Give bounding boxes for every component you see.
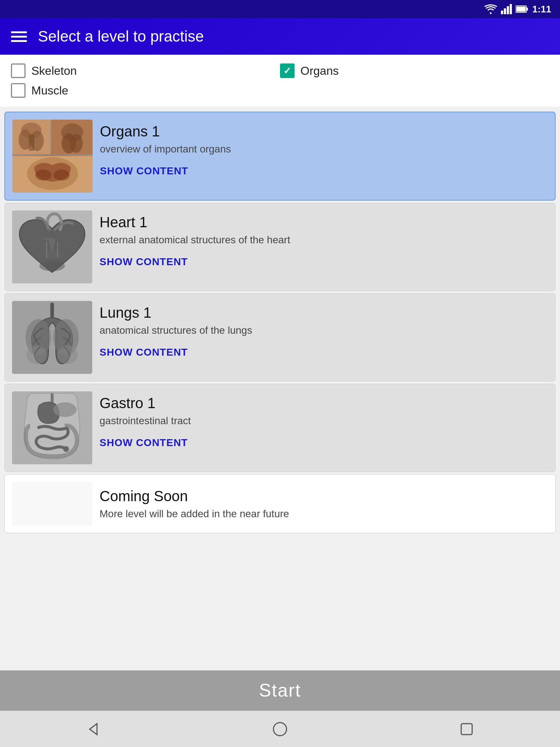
svg-rect-11 [29, 134, 34, 151]
lungs1-show-content[interactable]: SHOW CONTENT [100, 344, 188, 361]
filter-section: Skeleton Organs Muscle [0, 55, 560, 107]
signal-icon [501, 4, 512, 14]
svg-marker-37 [90, 724, 97, 735]
gastro1-show-content[interactable]: SHOW CONTENT [100, 434, 188, 452]
status-bar: 1:11 [0, 0, 560, 18]
svg-rect-39 [461, 724, 472, 735]
status-icons: 1:11 [484, 4, 551, 15]
gastro1-title: Gastro 1 [100, 395, 548, 411]
organs1-show-content[interactable]: SHOW CONTENT [100, 162, 188, 180]
svg-rect-5 [526, 8, 528, 11]
heart1-svg [12, 210, 92, 283]
coming-soon-image [12, 482, 92, 526]
skeleton-checkbox[interactable] [11, 63, 26, 78]
level-card-heart1[interactable]: Heart 1 external anatomical structures o… [4, 203, 556, 291]
filter-organs-row: Organs [280, 63, 549, 78]
organs1-image [12, 120, 93, 193]
svg-rect-2 [507, 6, 509, 14]
organs1-desc: overview of important organs [100, 143, 548, 155]
gastro1-desc: gastrointestinal tract [100, 415, 548, 427]
svg-point-36 [63, 446, 69, 452]
gastro1-svg [12, 391, 92, 464]
lungs1-image [12, 301, 92, 374]
home-icon [271, 720, 289, 738]
square-icon [458, 720, 476, 738]
app-header: Select a level to practise [0, 18, 560, 55]
svg-rect-28 [50, 303, 54, 317]
lungs1-title: Lungs 1 [100, 305, 548, 321]
svg-point-15 [70, 134, 83, 153]
svg-rect-3 [510, 4, 512, 14]
organs-label: Organs [300, 64, 339, 78]
heart1-image [12, 210, 92, 283]
svg-point-38 [273, 723, 287, 736]
back-icon [84, 720, 102, 738]
back-nav-button[interactable] [82, 718, 104, 740]
coming-soon-card: Coming Soon More level will be added in … [4, 474, 556, 533]
start-button-label: Start [259, 680, 301, 701]
battery-icon [516, 5, 529, 13]
gastro1-image [12, 391, 92, 464]
coming-soon-info: Coming Soon More level will be added in … [100, 482, 548, 526]
skeleton-label: Skeleton [31, 64, 77, 78]
menu-button[interactable] [11, 31, 27, 42]
wifi-icon [484, 4, 497, 14]
heart1-desc: external anatomical structures of the he… [100, 234, 548, 246]
organs1-svg [12, 120, 93, 193]
recents-nav-button[interactable] [456, 718, 478, 740]
svg-rect-0 [501, 11, 503, 14]
svg-point-19 [54, 170, 70, 181]
muscle-checkbox[interactable] [11, 83, 26, 98]
heart1-title: Heart 1 [100, 214, 548, 231]
svg-point-32 [57, 346, 78, 364]
home-nav-button[interactable] [269, 718, 291, 740]
svg-point-30 [27, 346, 47, 364]
coming-soon-title: Coming Soon [100, 488, 548, 504]
heart1-info: Heart 1 external anatomical structures o… [100, 210, 548, 283]
organs1-title: Organs 1 [100, 123, 548, 140]
start-button[interactable]: Start [0, 670, 560, 711]
heart1-show-content[interactable]: SHOW CONTENT [100, 253, 188, 271]
filter-skeleton-row: Skeleton [11, 63, 280, 78]
organs-checkbox-wrapper[interactable]: Organs [280, 63, 339, 78]
svg-point-23 [39, 260, 65, 271]
lungs1-desc: anatomical structures of the lungs [100, 325, 548, 336]
level-card-lungs1[interactable]: Lungs 1 anatomical structures of the lun… [4, 293, 556, 382]
organs1-info: Organs 1 overview of important organs SH… [100, 120, 548, 193]
level-card-organs1[interactable]: Organs 1 overview of important organs SH… [4, 112, 556, 201]
filter-muscle-row: Muscle [11, 83, 280, 98]
svg-point-35 [53, 402, 77, 417]
lungs1-svg [12, 301, 92, 374]
skeleton-checkbox-wrapper[interactable]: Skeleton [11, 63, 77, 78]
svg-rect-34 [51, 393, 54, 402]
level-card-gastro1[interactable]: Gastro 1 gastrointestinal tract SHOW CON… [4, 384, 556, 472]
svg-rect-6 [516, 7, 526, 12]
svg-point-18 [35, 170, 51, 181]
gastro1-info: Gastro 1 gastrointestinal tract SHOW CON… [100, 391, 548, 464]
organs-checkbox[interactable] [280, 63, 295, 78]
status-time: 1:11 [532, 4, 551, 15]
coming-soon-desc: More level will be added in the near fut… [100, 508, 548, 520]
page-title: Select a level to practise [38, 28, 204, 45]
level-list: Organs 1 overview of important organs SH… [0, 107, 560, 670]
svg-rect-1 [504, 8, 506, 14]
lungs1-info: Lungs 1 anatomical structures of the lun… [100, 301, 548, 374]
navigation-bar [0, 711, 560, 747]
muscle-label: Muscle [31, 84, 68, 97]
muscle-checkbox-wrapper[interactable]: Muscle [11, 83, 68, 98]
